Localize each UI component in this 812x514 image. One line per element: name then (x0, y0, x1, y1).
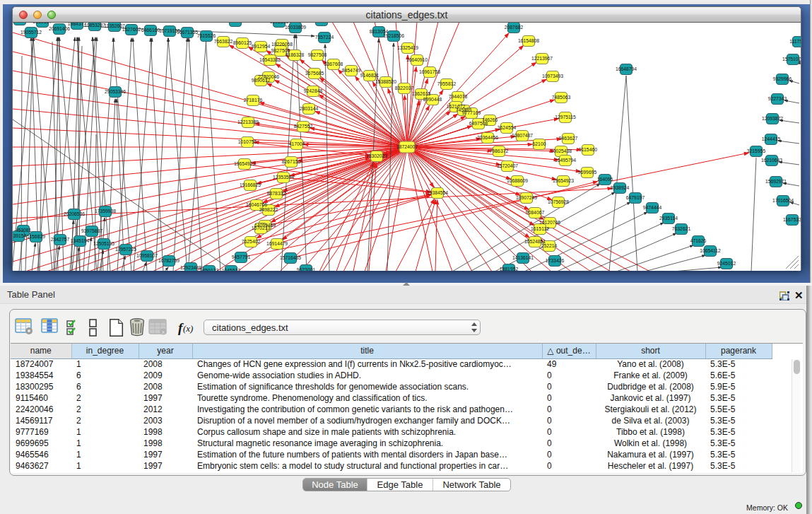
svg-text:2803144: 2803144 (300, 106, 319, 111)
svg-text:29053346: 29053346 (105, 89, 126, 94)
svg-text:417004: 417004 (289, 141, 305, 146)
svg-text:16033809: 16033809 (285, 25, 306, 30)
svg-text:9329966: 9329966 (773, 76, 792, 81)
svg-text:7955812: 7955812 (437, 81, 457, 86)
svg-text:x: x (162, 329, 165, 335)
svg-text:9474444: 9474444 (643, 205, 662, 210)
svg-text:8322037: 8322037 (395, 86, 414, 90)
svg-text:10958107: 10958107 (136, 253, 158, 258)
svg-text:10025438: 10025438 (551, 148, 572, 153)
svg-text:746266: 746266 (482, 117, 498, 122)
svg-text:9890612: 9890612 (252, 78, 271, 83)
svg-text:16543382: 16543382 (259, 57, 281, 62)
svg-text:164095: 164095 (597, 177, 613, 182)
svg-text:1693513: 1693513 (270, 23, 289, 24)
svg-text:1733426: 1733426 (546, 258, 565, 263)
svg-text:8912954: 8912954 (252, 44, 271, 49)
svg-text:16046766: 16046766 (246, 202, 267, 207)
svg-text:1117533: 1117533 (789, 39, 801, 44)
svg-text:17957225: 17957225 (115, 247, 136, 252)
svg-text:19384554: 19384554 (427, 190, 448, 195)
svg-text:19654923: 19654923 (553, 178, 574, 183)
svg-text:8960125: 8960125 (233, 40, 252, 45)
svg-text:6466160: 6466160 (141, 28, 160, 33)
svg-text:1881952: 1881952 (500, 267, 519, 271)
svg-text:7944078: 7944078 (449, 94, 468, 99)
svg-text:12213389: 12213389 (237, 119, 259, 124)
svg-text:12213967: 12213967 (531, 56, 553, 61)
svg-text:9115460: 9115460 (579, 147, 597, 152)
svg-text:7625402: 7625402 (242, 239, 261, 244)
svg-text:16648794: 16648794 (616, 66, 637, 71)
svg-text:3215955: 3215955 (747, 148, 766, 153)
svg-text:1362615: 1362615 (412, 91, 431, 96)
svg-text:10756928: 10756928 (548, 199, 569, 204)
svg-text:3624554: 3624554 (498, 125, 517, 130)
svg-text:15495794: 15495794 (555, 158, 576, 163)
svg-text:2718176: 2718176 (244, 98, 263, 103)
svg-text:19218506: 19218506 (383, 33, 404, 38)
svg-text:9084067: 9084067 (526, 210, 545, 215)
svg-text:9242848: 9242848 (304, 88, 323, 93)
svg-text:15716485: 15716485 (280, 255, 301, 260)
svg-text:16120746: 16120746 (539, 220, 560, 225)
svg-text:8267150: 8267150 (282, 159, 301, 164)
svg-text:16640910: 16640910 (406, 57, 428, 62)
svg-text:16671355: 16671355 (177, 30, 198, 35)
svg-text:7986372: 7986372 (490, 148, 509, 153)
svg-text:2087682: 2087682 (505, 25, 524, 30)
svg-text:12923448: 12923448 (180, 265, 201, 270)
svg-text:3498222: 3498222 (259, 207, 278, 212)
svg-text:2367608: 2367608 (324, 62, 343, 66)
svg-text:19654923: 19654923 (234, 161, 255, 166)
svg-text:1156829: 1156829 (27, 234, 45, 239)
svg-text:2342757: 2342757 (51, 237, 70, 242)
svg-text:8186328: 8186328 (286, 52, 305, 57)
svg-text:1570213: 1570213 (252, 226, 271, 230)
svg-text:20206536: 20206536 (64, 211, 85, 216)
svg-text:13325419: 13325419 (397, 45, 418, 50)
svg-text:62100: 62100 (533, 141, 546, 146)
svg-text:93975887: 93975887 (81, 228, 102, 233)
svg-text:15751074: 15751074 (782, 57, 801, 62)
svg-text:16961758: 16961758 (419, 69, 440, 74)
svg-text:16154808: 16154808 (518, 38, 539, 43)
svg-text:9699695: 9699695 (578, 170, 597, 175)
svg-text:1045512: 1045512 (222, 268, 241, 271)
svg-text:12505135: 12505135 (93, 241, 114, 246)
svg-text:9827508: 9827508 (308, 52, 327, 57)
svg-text:12093872: 12093872 (762, 116, 783, 121)
svg-text:19055712: 19055712 (20, 30, 42, 35)
svg-text:471626: 471626 (690, 238, 707, 243)
svg-text:1244415: 1244415 (762, 136, 781, 141)
svg-text:439154: 439154 (13, 233, 27, 238)
svg-text:8427552: 8427552 (294, 124, 313, 129)
svg-text:8454749: 8454749 (342, 68, 361, 73)
svg-text:7515526: 7515526 (197, 33, 216, 38)
svg-text:12975115: 12975115 (555, 115, 576, 119)
svg-text:10688609: 10688609 (507, 178, 528, 183)
svg-text:10973493: 10973493 (542, 74, 563, 78)
svg-text:17359938: 17359938 (95, 209, 116, 214)
svg-text:(x): (x) (183, 323, 193, 334)
svg-text:1010755: 1010755 (238, 139, 257, 144)
svg-text:1167533: 1167533 (783, 217, 801, 222)
svg-text:9245012: 9245012 (717, 261, 736, 266)
svg-text:7632621: 7632621 (672, 226, 691, 231)
svg-text:20364456: 20364456 (477, 135, 498, 140)
svg-text:7485063: 7485063 (552, 95, 571, 100)
svg-text:18226058: 18226058 (271, 42, 293, 47)
svg-text:1527602: 1527602 (122, 27, 141, 32)
svg-text:8990448: 8990448 (423, 97, 442, 102)
svg-text:7357224: 7357224 (315, 35, 334, 40)
svg-text:9777169: 9777169 (462, 110, 481, 115)
svg-text:18724007: 18724007 (396, 144, 418, 149)
svg-text:16914479: 16914479 (266, 241, 288, 246)
svg-text:10853287: 10853287 (84, 23, 105, 28)
svg-text:15720407: 15720407 (497, 163, 518, 168)
svg-text:6479197: 6479197 (626, 195, 645, 200)
svg-text:10807487: 10807487 (512, 133, 533, 138)
svg-text:9623001: 9623001 (297, 267, 316, 271)
svg-text:14136141: 14136141 (512, 255, 534, 260)
svg-text:9463627: 9463627 (559, 136, 578, 141)
